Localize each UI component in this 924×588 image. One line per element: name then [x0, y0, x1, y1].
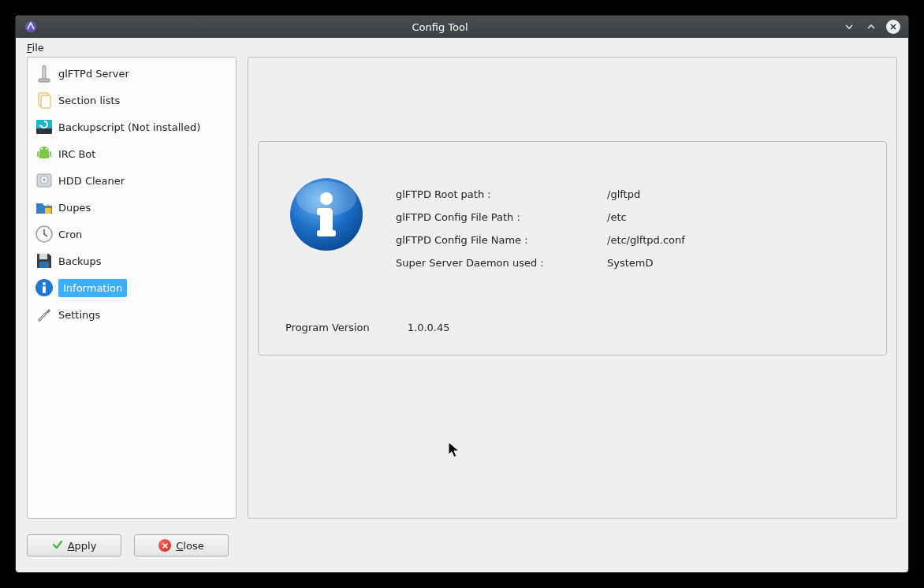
window-title: Config Tool	[38, 21, 842, 33]
sidebar-item-label: Dupes	[58, 202, 91, 214]
clock-icon	[33, 223, 55, 245]
svg-rect-1	[43, 65, 46, 80]
info-large-icon	[287, 175, 366, 254]
window-buttons	[842, 20, 900, 34]
sidebar-item-glftpd-server[interactable]: glFTPd Server	[30, 60, 233, 87]
app-icon	[24, 20, 38, 34]
sidebar-item-backups[interactable]: Backups	[30, 247, 233, 274]
sidebar-item-label: Information	[58, 279, 127, 297]
close-label-rest: lose	[183, 540, 203, 552]
apply-label-rest: pply	[75, 540, 97, 552]
sidebar-item-label: Backupscript (Not installed)	[58, 121, 200, 133]
menu-file[interactable]: File	[22, 40, 49, 55]
wrench-icon	[33, 303, 55, 326]
value-root-path: /glftpd	[607, 183, 685, 206]
info-icon	[33, 277, 55, 299]
sidebar-item-label: Cron	[58, 229, 82, 240]
folder-lock-icon	[33, 196, 55, 218]
sidebar-item-irc-bot[interactable]: IRC Bot	[30, 140, 233, 167]
android-icon	[33, 143, 55, 165]
menubar: File	[16, 38, 908, 57]
sidebar-item-settings[interactable]: Settings	[30, 301, 233, 328]
sidebar-item-hdd-cleaner[interactable]: HDD Cleaner	[30, 167, 233, 194]
sidebar-item-section-lists[interactable]: Section lists	[30, 87, 233, 114]
floppy-icon	[33, 250, 55, 272]
sidebar-item-cron[interactable]: Cron	[30, 221, 233, 247]
sidebar-item-label: HDD Cleaner	[58, 175, 125, 187]
svg-rect-18	[39, 262, 49, 268]
apply-button[interactable]: Apply	[27, 534, 121, 556]
svg-point-9	[46, 148, 47, 150]
svg-rect-5	[36, 128, 52, 134]
body: glFTPd Server Section lists Backupscript…	[27, 57, 897, 519]
sidebar-item-information[interactable]: Information	[30, 274, 233, 301]
close-window-button[interactable]	[886, 20, 900, 34]
sidebar-item-label: Settings	[58, 309, 100, 321]
program-version-label: Program Version	[285, 322, 370, 333]
info-labels: glFTPD Root path : glFTPD Config File Pa…	[396, 183, 544, 274]
minimize-button[interactable]	[842, 20, 856, 34]
check-icon	[52, 539, 63, 553]
maximize-button[interactable]	[864, 20, 878, 34]
svg-rect-10	[37, 151, 39, 157]
svg-rect-7	[39, 151, 49, 158]
svg-point-8	[41, 148, 43, 150]
program-version-row: Program Version 1.0.0.45	[285, 322, 450, 333]
titlebar: Config Tool	[16, 16, 908, 38]
close-icon	[158, 539, 171, 552]
sidebar-item-dupes[interactable]: Dupes	[30, 194, 233, 221]
sidebar-item-label: Section lists	[58, 95, 120, 106]
value-daemon: SystemD	[607, 251, 685, 274]
svg-rect-21	[43, 286, 46, 293]
content-pane: glFTPD Root path : glFTPD Config File Pa…	[248, 57, 897, 519]
svg-rect-26	[317, 208, 326, 215]
value-config-name: /etc/glftpd.conf	[607, 229, 685, 251]
label-daemon: Super Server Daemon used :	[396, 251, 544, 274]
sidebar-item-label: IRC Bot	[58, 148, 95, 160]
documents-icon	[33, 89, 55, 111]
svg-rect-4	[41, 95, 50, 108]
hdd-icon	[33, 169, 55, 192]
label-root-path: glFTPD Root path :	[396, 183, 544, 206]
svg-rect-17	[39, 254, 47, 259]
server-icon	[33, 62, 55, 84]
sidebar-item-backupscript[interactable]: Backupscript (Not installed)	[30, 114, 233, 140]
svg-point-20	[43, 282, 46, 285]
svg-rect-27	[317, 230, 336, 236]
svg-rect-11	[50, 151, 51, 157]
info-values: /glftpd /etc /etc/glftpd.conf SystemD	[607, 183, 685, 274]
backup-drive-icon	[33, 116, 55, 138]
window: Config Tool File glFTPd Server	[16, 16, 908, 572]
label-config-name: glFTPD Config File Name :	[396, 229, 544, 251]
program-version-value: 1.0.0.45	[408, 322, 450, 333]
info-group: glFTPD Root path : glFTPD Config File Pa…	[258, 141, 887, 355]
footer: Apply Close	[27, 530, 897, 561]
value-config-path: /etc	[607, 206, 685, 229]
sidebar-item-label: glFTPd Server	[58, 68, 129, 80]
svg-point-24	[320, 192, 333, 205]
label-config-path: glFTPD Config File Path :	[396, 206, 544, 229]
svg-rect-15	[45, 208, 51, 214]
sidebar: glFTPd Server Section lists Backupscript…	[27, 57, 237, 519]
close-button[interactable]: Close	[134, 534, 229, 556]
sidebar-item-label: Backups	[58, 255, 101, 267]
svg-point-14	[43, 179, 46, 181]
svg-rect-2	[39, 79, 50, 82]
